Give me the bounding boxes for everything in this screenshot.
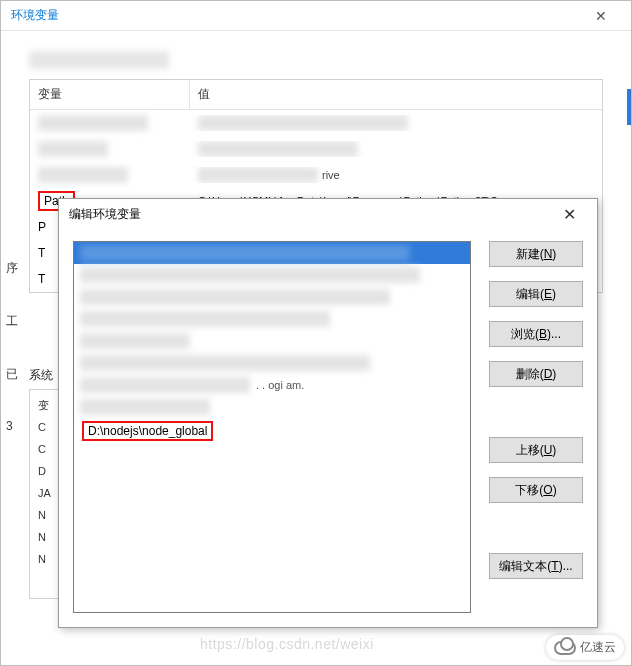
list-item[interactable] (74, 242, 470, 264)
parent-close-button[interactable]: ✕ (581, 8, 621, 24)
parent-title: 环境变量 (11, 7, 581, 24)
new-button[interactable]: 新建(N) (489, 241, 583, 267)
table-row[interactable]: rive (30, 162, 602, 188)
user-vars-header: 变量 值 (30, 80, 602, 110)
user-vars-label-blurred (29, 51, 169, 69)
browse-button[interactable]: 浏览(B)... (489, 321, 583, 347)
edit-button[interactable]: 编辑(E) (489, 281, 583, 307)
list-item[interactable] (74, 352, 470, 374)
move-down-button[interactable]: 下移(O) (489, 477, 583, 503)
edit-close-button[interactable]: ✕ (551, 205, 587, 224)
col-header-value: 值 (190, 80, 602, 109)
delete-button[interactable]: 删除(D) (489, 361, 583, 387)
edit-dialog-title: 编辑环境变量 (69, 206, 551, 223)
list-item[interactable] (74, 286, 470, 308)
list-item[interactable] (74, 264, 470, 286)
yisu-logo: 亿速云 (546, 635, 624, 660)
path-entries-listbox[interactable]: . . ogi am. D:\nodejs\node_global (73, 241, 471, 613)
table-row[interactable] (30, 110, 602, 136)
edit-body: . . ogi am. D:\nodejs\node_global 新建(N) … (59, 229, 597, 627)
left-edge-chars: 序 工 已 3 (6, 260, 20, 433)
parent-titlebar: 环境变量 ✕ (1, 1, 631, 31)
table-row[interactable] (30, 136, 602, 162)
node-global-highlight: D:\nodejs\node_global (82, 421, 213, 441)
col-header-variable: 变量 (30, 80, 190, 109)
list-item[interactable] (74, 308, 470, 330)
move-up-button[interactable]: 上移(U) (489, 437, 583, 463)
system-vars-label: 系统 (29, 367, 53, 384)
list-item[interactable] (74, 396, 470, 418)
cloud-icon (554, 641, 576, 655)
list-item[interactable] (74, 330, 470, 352)
list-item-node-global[interactable]: D:\nodejs\node_global (74, 418, 470, 440)
logo-text: 亿速云 (580, 639, 616, 656)
blue-accent-sliver (627, 89, 631, 125)
edit-text-button[interactable]: 编辑文本(T)... (489, 553, 583, 579)
edit-env-var-dialog: 编辑环境变量 ✕ . . ogi am. D:\nodejs\node_glob… (58, 198, 598, 628)
watermark-text: https://blog.csdn.net/weixi (200, 636, 374, 652)
edit-buttons-column: 新建(N) 编辑(E) 浏览(B)... 删除(D) 上移(U) 下移(O) 编… (489, 241, 583, 613)
list-item[interactable]: . . ogi am. (74, 374, 470, 396)
edit-titlebar: 编辑环境变量 ✕ (59, 199, 597, 229)
